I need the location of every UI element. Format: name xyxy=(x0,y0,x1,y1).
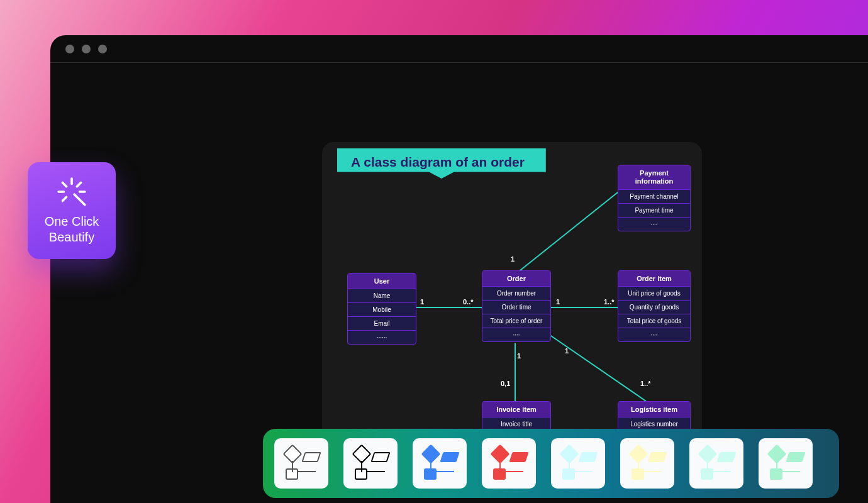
theme-palette xyxy=(263,429,839,498)
class-header: Invoice item xyxy=(482,402,550,417)
mult-user-2: 0..* xyxy=(463,298,474,306)
mult-invoice-1: 1 xyxy=(517,352,521,360)
class-user[interactable]: User Name Mobile Email ······ xyxy=(347,273,416,345)
svg-line-1 xyxy=(547,333,646,401)
connector-user-order xyxy=(415,307,482,308)
parallelogram-icon xyxy=(301,452,321,462)
class-header: Payment information xyxy=(618,165,690,190)
connector-icon xyxy=(499,461,501,472)
one-click-beautify-card[interactable]: One ClickBeautify xyxy=(28,162,116,259)
mult-invoice-2: 0,1 xyxy=(501,380,510,387)
connector-icon xyxy=(644,471,662,472)
theme-swatch-teal-light[interactable] xyxy=(689,438,743,489)
minimize-dot[interactable] xyxy=(82,45,91,53)
connector-icon xyxy=(367,471,385,472)
class-header: User xyxy=(348,274,416,289)
connector-icon xyxy=(638,461,639,472)
class-header: Order item xyxy=(618,271,690,287)
connector-icon xyxy=(776,461,777,472)
connector-icon xyxy=(713,471,731,472)
parallelogram-icon xyxy=(786,452,805,462)
connector-icon xyxy=(298,471,316,472)
mult-user-1: 1 xyxy=(420,298,424,306)
diagram-title: A class diagram of an order xyxy=(337,148,546,179)
parallelogram-icon xyxy=(440,452,459,462)
diagram-canvas[interactable]: A class diagram of an order 1 0..* 1 1 1… xyxy=(322,142,702,475)
parallelogram-icon xyxy=(647,452,667,462)
theme-swatch-outline-white[interactable] xyxy=(274,438,328,489)
theme-swatch-cyan-light[interactable] xyxy=(551,438,605,489)
theme-swatch-yellow-light[interactable] xyxy=(620,438,674,489)
connector-icon xyxy=(361,461,362,472)
close-dot[interactable] xyxy=(65,45,74,53)
connector-icon xyxy=(430,461,431,472)
mult-item-2: 1..* xyxy=(604,298,615,306)
svg-line-3 xyxy=(77,182,81,186)
wand-icon xyxy=(56,176,87,207)
connector-order-invoice xyxy=(515,343,516,402)
maximize-dot[interactable] xyxy=(98,45,107,53)
parallelogram-icon xyxy=(370,452,390,462)
mult-payment: 1 xyxy=(511,255,515,263)
svg-line-8 xyxy=(74,194,85,205)
titlebar xyxy=(50,35,868,63)
connector-icon xyxy=(782,471,800,472)
mult-logistics-2: 1..* xyxy=(640,380,651,387)
parallelogram-icon xyxy=(509,452,528,462)
mult-logistics-1: 1 xyxy=(565,347,569,355)
class-order-item[interactable]: Order item Unit price of goods Quantity … xyxy=(618,270,691,342)
class-order[interactable]: Order Order number Order time Total pric… xyxy=(482,270,551,342)
connector-icon xyxy=(575,471,593,472)
connector-icon xyxy=(506,471,523,472)
parallelogram-icon xyxy=(578,452,598,462)
connector-icon xyxy=(437,471,454,472)
connector-icon xyxy=(292,461,293,472)
parallelogram-icon xyxy=(716,452,736,462)
theme-swatch-red[interactable] xyxy=(482,438,536,489)
theme-swatch-teal-soft[interactable] xyxy=(759,438,813,489)
theme-swatch-outline-black[interactable] xyxy=(343,438,398,489)
theme-swatch-blue[interactable] xyxy=(413,438,467,489)
class-header: Logistics item xyxy=(618,402,690,417)
class-payment[interactable]: Payment information Payment channel Paym… xyxy=(618,165,691,231)
mult-item-1: 1 xyxy=(556,298,560,306)
connector-order-item xyxy=(550,307,618,308)
connector-order-logistics xyxy=(542,331,655,406)
svg-line-7 xyxy=(62,197,66,201)
svg-line-5 xyxy=(62,182,66,186)
beautify-label: One ClickBeautify xyxy=(45,214,99,245)
connector-icon xyxy=(569,461,570,472)
class-header: Order xyxy=(482,271,550,287)
svg-line-0 xyxy=(517,187,624,273)
connector-icon xyxy=(707,461,708,472)
